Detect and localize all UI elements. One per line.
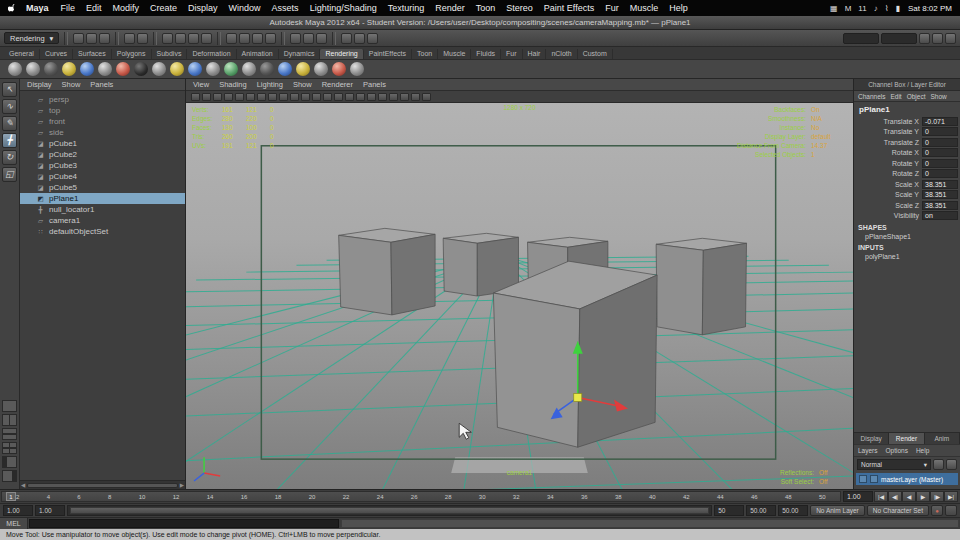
output-connections-icon[interactable]	[303, 33, 314, 44]
outliner-item[interactable]: ▱ top	[20, 105, 185, 116]
shelf-tab[interactable]: Animation	[237, 49, 279, 59]
channel-attribute-value-field[interactable]: 38.351	[922, 201, 958, 210]
playback-button[interactable]: ◀	[902, 491, 916, 502]
viewport-3d-scene[interactable]	[186, 103, 853, 489]
channel-attribute-row[interactable]: Rotate X 0	[854, 148, 960, 159]
outliner-item[interactable]: ◩ pPlane1	[20, 193, 185, 204]
tool-icon[interactable]: ↖	[2, 82, 17, 97]
viewport-toolbar-icon[interactable]	[290, 93, 299, 101]
macos-menu-item[interactable]: Toon	[476, 3, 496, 13]
viewport-menu-item[interactable]: Lighting	[257, 80, 283, 89]
shelf-tab[interactable]: Custom	[578, 49, 613, 59]
macos-menu-item[interactable]: Assets	[272, 3, 299, 13]
shelf-icon[interactable]	[242, 62, 256, 76]
shelf-icon[interactable]	[296, 62, 310, 76]
menu-bar-status-icon[interactable]: ♪	[874, 4, 878, 13]
outliner-item[interactable]: ◪ pCube2	[20, 149, 185, 160]
viewport-menu-item[interactable]: Renderer	[322, 80, 353, 89]
shelf-icon[interactable]	[260, 62, 274, 76]
shelf-icon[interactable]	[188, 62, 202, 76]
channel-attribute-value-field[interactable]: 38.351	[922, 180, 958, 189]
outliner-item[interactable]: ◪ pCube4	[20, 171, 185, 182]
channel-attribute-row[interactable]: Translate X -0.071	[854, 116, 960, 127]
menu-bar-status-icon[interactable]: ▦	[830, 4, 838, 13]
scroll-left-icon[interactable]: ◀	[21, 482, 25, 488]
viewport-toolbar-icon[interactable]	[334, 93, 343, 101]
outliner-item[interactable]: ▱ persp	[20, 94, 185, 105]
shelf-icon[interactable]	[152, 62, 166, 76]
layout-persp-graph-button[interactable]	[2, 470, 17, 482]
outliner-item[interactable]: ╋ null_locator1	[20, 204, 185, 215]
show-attribute-editor-icon[interactable]	[919, 33, 930, 44]
apple-menu-icon[interactable]	[8, 3, 17, 13]
shelf-icon[interactable]	[98, 62, 112, 76]
shelf-tab[interactable]: Toon	[412, 49, 438, 59]
input-node-name[interactable]: polyPlane1	[854, 252, 960, 261]
shelf-icon[interactable]	[116, 62, 130, 76]
render-current-frame-icon[interactable]	[341, 33, 352, 44]
playback-range-handle[interactable]	[70, 507, 709, 514]
shelf-tab[interactable]: Polygons	[112, 49, 152, 59]
menu-bar-status-icon[interactable]: ▮	[896, 4, 900, 13]
viewport-toolbar-icon[interactable]	[323, 93, 332, 101]
auto-keyframe-toggle[interactable]: ●	[931, 505, 943, 516]
anim-layer-button[interactable]: No Anim Layer	[810, 505, 865, 516]
channel-box-menu-item[interactable]: Edit	[890, 93, 901, 100]
shelf-tab[interactable]: nCloth	[546, 49, 577, 59]
snap-surface-icon[interactable]	[265, 33, 276, 44]
select-component-icon[interactable]	[188, 33, 199, 44]
tool-icon[interactable]: ◱	[2, 167, 17, 182]
outliner-menu-item[interactable]: Show	[62, 80, 81, 89]
viewport-menu-item[interactable]: View	[193, 80, 209, 89]
shelf-icon[interactable]	[8, 62, 22, 76]
layer-editor-menu-item[interactable]: Help	[916, 447, 929, 454]
layer-editor-tab[interactable]: Anim	[925, 433, 960, 444]
outliner-item[interactable]: ▱ camera1	[20, 215, 185, 226]
viewport-toolbar-icon[interactable]	[268, 93, 277, 101]
viewport-toolbar-icon[interactable]	[191, 93, 200, 101]
undo-icon[interactable]	[124, 33, 135, 44]
macos-menu-item[interactable]: Edit	[86, 3, 102, 13]
channel-attribute-row[interactable]: Scale X 38.351	[854, 179, 960, 190]
channel-attribute-value-field[interactable]: 0	[922, 159, 958, 168]
render-settings-icon[interactable]	[367, 33, 378, 44]
snap-grid-icon[interactable]	[226, 33, 237, 44]
outliner-item[interactable]: ▱ front	[20, 116, 185, 127]
macos-menu-item[interactable]: Modify	[113, 3, 140, 13]
channel-attribute-value-field[interactable]: 0	[922, 148, 958, 157]
input-connections-icon[interactable]	[290, 33, 301, 44]
shelf-icon[interactable]	[26, 62, 40, 76]
viewport-toolbar-icon[interactable]	[356, 93, 365, 101]
playback-button[interactable]: ▶	[916, 491, 930, 502]
scroll-right-icon[interactable]: ▶	[180, 482, 184, 488]
macos-menu-item[interactable]: Window	[229, 3, 261, 13]
outliner-item[interactable]: ▱ side	[20, 127, 185, 138]
menu-set-selector[interactable]: Rendering ▾	[4, 32, 59, 44]
blend-mode-dropdown[interactable]: Normal ▾	[857, 459, 931, 470]
shelf-tab[interactable]: Curves	[40, 49, 73, 59]
viewport-toolbar-icon[interactable]	[389, 93, 398, 101]
channel-attribute-row[interactable]: Rotate Z 0	[854, 169, 960, 180]
shelf-icon[interactable]	[170, 62, 184, 76]
outliner-menu-item[interactable]: Display	[27, 80, 52, 89]
macos-menu-item[interactable]: Render	[435, 3, 465, 13]
tool-icon[interactable]: ∿	[2, 99, 17, 114]
select-object-icon[interactable]	[175, 33, 186, 44]
range-end-field[interactable]: 50	[714, 505, 744, 516]
viewport-toolbar-icon[interactable]	[367, 93, 376, 101]
shelf-tab[interactable]: General	[4, 49, 40, 59]
shelf-tab[interactable]: Surfaces	[73, 49, 112, 59]
animation-preferences-icon[interactable]	[945, 505, 957, 516]
channel-attribute-row[interactable]: Rotate Y 0	[854, 158, 960, 169]
shelf-icon[interactable]	[80, 62, 94, 76]
range-start-field[interactable]: 1.00	[35, 505, 65, 516]
save-scene-icon[interactable]	[99, 33, 110, 44]
layout-two-pane-horizontal-button[interactable]	[2, 428, 17, 440]
playback-button[interactable]: |◀	[874, 491, 888, 502]
channel-box-menu-item[interactable]: Show	[930, 93, 946, 100]
shelf-icon[interactable]	[62, 62, 76, 76]
tool-icon[interactable]: ✎	[2, 116, 17, 131]
macos-menu-item[interactable]: Create	[150, 3, 177, 13]
snap-curve-icon[interactable]	[239, 33, 250, 44]
range-end-field[interactable]: 50.00	[778, 505, 808, 516]
